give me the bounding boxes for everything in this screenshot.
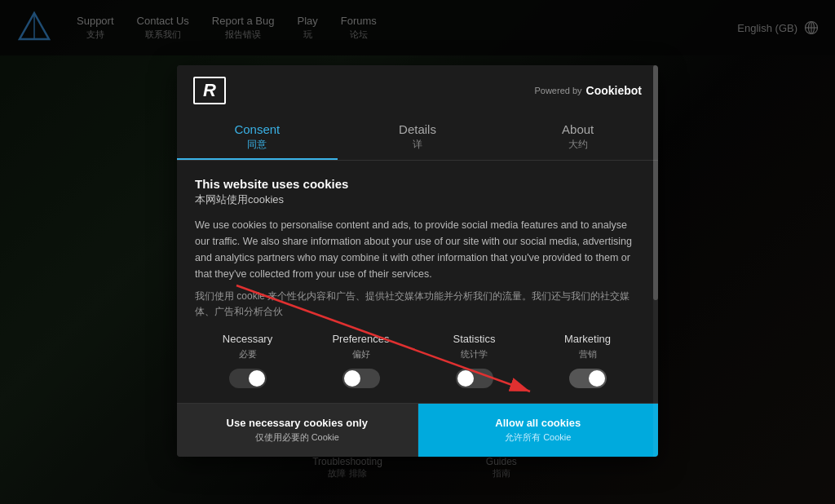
scrollbar-thumb	[653, 65, 658, 300]
modal-logo: R	[193, 77, 226, 104]
btn-allow-all[interactable]: Allow all cookies 允许所有 Cookie	[418, 404, 659, 457]
description-en: We use cookies to personalise content an…	[195, 217, 640, 282]
toggle-track-necessary	[229, 369, 267, 388]
toggle-track-statistics	[456, 369, 493, 388]
cookiebot-brand: Cookiebot	[586, 84, 642, 97]
cookie-consent-modal: R Powered by Cookiebot Consent 同意 Detail…	[177, 65, 658, 457]
btn-necessary-only[interactable]: Use necessary cookies only 仅使用必要的 Cookie	[177, 404, 418, 457]
description-zh: 我们使用 cookie 来个性化内容和广告、提供社交媒体功能并分析我们的流量。我…	[195, 289, 640, 320]
toggle-thumb-marketing	[589, 370, 605, 387]
section-title-zh: 本网站使用cookies	[195, 192, 640, 207]
section-title-en: This website uses cookies	[195, 177, 640, 191]
tab-about[interactable]: About 大约	[497, 113, 658, 160]
toggle-thumb-statistics	[457, 370, 474, 387]
cookie-tabs: Consent 同意 Details 详 About 大约	[177, 113, 658, 161]
modal-body: This website uses cookies 本网站使用cookies W…	[177, 161, 658, 388]
toggle-statistics: Statistics 统计学	[422, 333, 527, 388]
tab-details[interactable]: Details 详	[338, 113, 498, 160]
toggle-necessary: Necessary 必要	[195, 333, 300, 388]
toggle-statistics-switch[interactable]	[456, 369, 493, 388]
toggle-track-preferences	[342, 369, 380, 388]
toggle-preferences: Preferences 偏好	[308, 333, 413, 388]
toggle-necessary-switch[interactable]	[229, 369, 267, 388]
modal-header: R Powered by Cookiebot	[177, 65, 658, 113]
toggle-marketing: Marketing 营销	[535, 333, 640, 388]
toggle-marketing-switch[interactable]	[569, 369, 607, 388]
toggle-track-marketing	[569, 369, 607, 388]
scrollbar[interactable]	[653, 65, 658, 457]
tab-consent[interactable]: Consent 同意	[177, 113, 338, 160]
cookie-toggle-grid: Necessary 必要 Preferences 偏好	[195, 333, 640, 388]
powered-by: Powered by Cookiebot	[534, 84, 642, 97]
toggle-thumb-preferences	[344, 370, 360, 387]
modal-buttons: Use necessary cookies only 仅使用必要的 Cookie…	[177, 403, 658, 457]
toggle-preferences-switch[interactable]	[342, 369, 380, 388]
toggle-thumb-necessary	[249, 370, 265, 387]
